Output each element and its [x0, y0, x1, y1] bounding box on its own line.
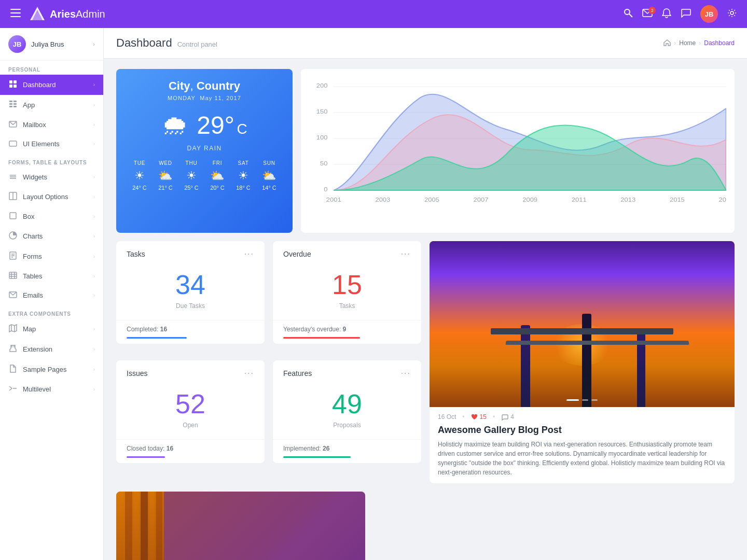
- svg-rect-20: [9, 141, 17, 146]
- issues-label: Open: [127, 422, 254, 429]
- slide-dot-1[interactable]: [566, 399, 579, 401]
- sidebar-item-layout-options[interactable]: Layout Options ›: [0, 187, 103, 207]
- issues-number: 52: [127, 384, 254, 422]
- features-menu[interactable]: ···: [401, 369, 411, 378]
- sidebar-item-arrow: ›: [93, 254, 95, 259]
- svg-text:200: 200: [316, 82, 328, 89]
- blog-date: 16 Oct: [438, 413, 456, 421]
- weather-main: 🌧 29° C: [127, 109, 282, 141]
- hamburger-button[interactable]: [10, 9, 21, 20]
- features-title: Features: [283, 369, 312, 377]
- weather-date: MONDAY May 11, 2017: [127, 95, 282, 101]
- multilevel-icon: [8, 385, 18, 394]
- svg-marker-38: [9, 325, 17, 332]
- search-icon[interactable]: [624, 8, 633, 20]
- logo[interactable]: AriesAdmin: [29, 6, 105, 22]
- sidebar-item-widgets[interactable]: Widgets ›: [0, 167, 103, 187]
- sidebar-item-box[interactable]: Box ›: [0, 207, 103, 226]
- breadcrumb: › Home › Dashboard: [663, 39, 735, 48]
- breadcrumb-separator: ›: [674, 39, 676, 47]
- user-avatar[interactable]: JB: [700, 5, 718, 23]
- tasks-menu[interactable]: ···: [244, 249, 254, 259]
- logo-text: AriesAdmin: [50, 8, 105, 20]
- weather-icon: 🌧: [161, 109, 188, 141]
- svg-rect-16: [13, 103, 17, 105]
- weather-widget: City, Country MONDAY May 11, 2017 🌧 29° …: [116, 69, 293, 233]
- sidebar-item-sample-pages[interactable]: Sample Pages ›: [0, 359, 103, 380]
- sidebar-item-label: Map: [23, 325, 88, 333]
- features-card: Features ··· 49 Proposals Implemented: 2…: [273, 360, 421, 463]
- tasks-title: Tasks: [127, 250, 145, 258]
- mail-icon[interactable]: 3: [642, 9, 653, 20]
- sidebar-item-tables[interactable]: Tables ›: [0, 267, 103, 286]
- weather-location: City, Country: [127, 79, 282, 93]
- sidebar-item-ui-elements[interactable]: UI Elements ›: [0, 134, 103, 153]
- overdue-menu[interactable]: ···: [401, 249, 411, 259]
- layout-options-icon: [8, 192, 18, 202]
- sidebar-item-emails[interactable]: Emails ›: [0, 286, 103, 305]
- sidebar-item-forms[interactable]: Forms ›: [0, 246, 103, 267]
- blog-post-title: Awesome Gallery Blog Post: [430, 425, 735, 440]
- sidebar-item-arrow: ›: [93, 346, 95, 352]
- bell-icon[interactable]: [662, 8, 671, 21]
- svg-rect-12: [13, 85, 17, 88]
- features-number: 49: [283, 384, 411, 422]
- tasks-label: Due Tasks: [127, 302, 254, 310]
- sample-pages-icon: [8, 365, 18, 374]
- sidebar-item-label: Tables: [23, 272, 88, 280]
- sidebar-item-label: Sample Pages: [23, 366, 88, 373]
- slide-dot-2[interactable]: [582, 399, 588, 401]
- sidebar-item-label: Extension: [23, 345, 88, 353]
- slide-dot-3[interactable]: [591, 399, 598, 401]
- sidebar-item-map[interactable]: Map ›: [0, 319, 103, 339]
- svg-rect-9: [9, 80, 12, 83]
- meta-sep-1: •: [462, 413, 464, 421]
- sidebar-user[interactable]: JB Juliya Brus ›: [0, 28, 103, 61]
- weather-condition: DAY RAIN: [127, 145, 282, 152]
- topnav: AriesAdmin 3: [0, 0, 747, 28]
- svg-text:2011: 2011: [572, 197, 587, 203]
- issues-menu[interactable]: ···: [244, 369, 254, 378]
- sidebar-item-dashboard[interactable]: Dashboard ›: [0, 75, 103, 95]
- sidebar-item-app[interactable]: App ›: [0, 95, 103, 115]
- dashboard-icon: [8, 80, 18, 90]
- breadcrumb-home[interactable]: Home: [679, 39, 696, 47]
- sidebar-item-multilevel[interactable]: Multilevel ›: [0, 380, 103, 399]
- sidebar-item-arrow: ›: [93, 141, 95, 147]
- tasks-card-header: Tasks ···: [127, 249, 254, 259]
- stats-row-2: Issues ··· 52 Open Closed today: 16: [116, 360, 421, 463]
- svg-text:2015: 2015: [670, 197, 685, 203]
- blog-post-card: 16 Oct • 15 • 4 Awesome Gallery Blog Pos…: [430, 241, 735, 483]
- features-implemented: 26: [323, 445, 329, 452]
- weather-forecast: TUE ☀ 24° C WED ⛅ 21° C THU ☀ 25° C: [127, 160, 282, 191]
- blog-post-image: [430, 241, 735, 407]
- gear-icon[interactable]: [727, 8, 737, 20]
- svg-rect-18: [13, 106, 17, 107]
- sidebar-section-extra: EXTRA COMPONENTS: [0, 305, 103, 319]
- sidebar-item-charts[interactable]: Charts ›: [0, 226, 103, 246]
- svg-text:2001: 2001: [326, 197, 341, 203]
- sidebar-item-label: Box: [23, 213, 88, 220]
- box-icon: [8, 212, 18, 221]
- sidebar-item-extension[interactable]: Extension ›: [0, 339, 103, 359]
- tables-icon: [8, 272, 18, 281]
- features-card-header: Features ···: [283, 369, 411, 378]
- sidebar-item-arrow: ›: [93, 273, 95, 279]
- topnav-left: AriesAdmin: [10, 6, 105, 22]
- breadcrumb-current: Dashboard: [704, 39, 735, 47]
- overdue-label: Tasks: [283, 302, 411, 310]
- page-subtitle: Control panel: [177, 40, 217, 48]
- bottom-row: ♥: [116, 492, 735, 560]
- svg-text:50: 50: [320, 160, 328, 167]
- weather-day-thu: THU ☀ 25° C: [184, 160, 199, 191]
- area-chart: 200 150 100 50 0: [309, 77, 726, 222]
- svg-rect-32: [9, 272, 17, 278]
- sidebar-item-arrow: ›: [93, 194, 95, 200]
- svg-rect-11: [9, 85, 12, 88]
- weather-day-sat: SAT ☀ 18° C: [236, 160, 251, 191]
- chat-icon[interactable]: [681, 8, 691, 20]
- weather-day-fri: FRI ⛅ 20° C: [210, 160, 225, 191]
- sidebar-item-mailbox[interactable]: Mailbox ›: [0, 115, 103, 134]
- svg-text:2003: 2003: [375, 197, 390, 203]
- dashboard-content: City, Country MONDAY May 11, 2017 🌧 29° …: [104, 59, 747, 560]
